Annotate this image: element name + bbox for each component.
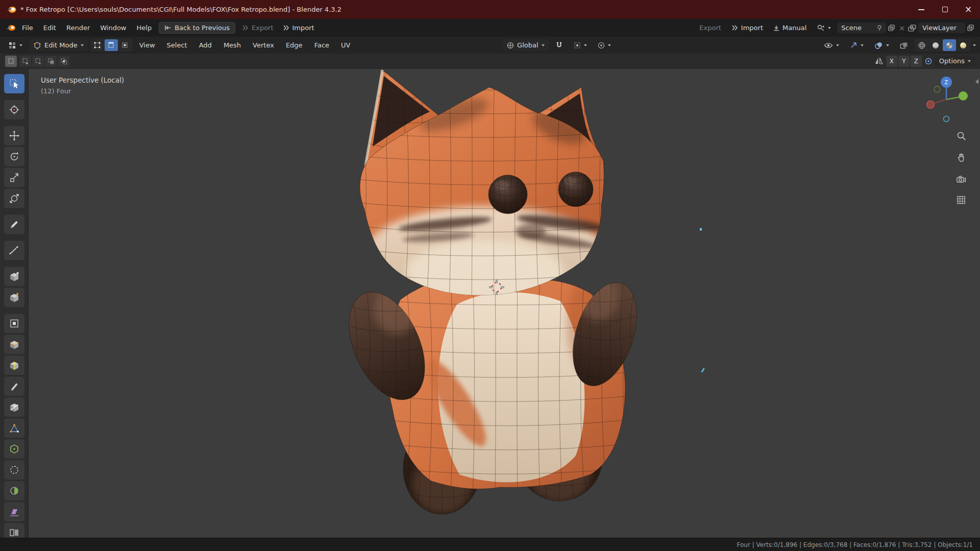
tool-loop-cut-button[interactable]	[4, 356, 24, 375]
menu-mesh[interactable]: Mesh	[219, 39, 246, 51]
gizmo-x-axis[interactable]	[927, 101, 935, 109]
tool-select-box-button[interactable]	[4, 74, 24, 93]
chevron-down-icon	[81, 44, 84, 46]
tool-rotate-button[interactable]	[4, 147, 24, 166]
shading-solid-button[interactable]	[929, 39, 942, 51]
proportional-editing-button[interactable]	[594, 40, 615, 51]
shear-icon	[9, 506, 20, 517]
rotate-icon	[9, 151, 20, 162]
tool-bevel-button[interactable]	[4, 335, 24, 354]
import-button-left[interactable]: Import	[279, 22, 318, 33]
new-viewlayer-icon[interactable]	[967, 24, 975, 32]
viewlayer-selector[interactable]: ViewLayer	[918, 22, 965, 33]
blender-app-icon[interactable]	[5, 24, 16, 32]
minimize-button[interactable]	[910, 0, 933, 19]
tool-scale-button[interactable]	[4, 168, 24, 187]
mirror-z-button[interactable]: Z	[911, 56, 922, 67]
viewport-3d[interactable]: User Perspective (Local) (12) Four Z	[0, 69, 980, 538]
new-scene-icon[interactable]	[888, 24, 896, 32]
unlink-scene-icon[interactable]: ×	[898, 24, 906, 32]
overlays-dropdown-button[interactable]	[870, 40, 893, 51]
mirror-y-button[interactable]: Y	[898, 56, 910, 67]
gizmo-y-negative[interactable]	[934, 86, 940, 92]
tool-poly-build-button[interactable]	[4, 418, 24, 438]
select-extend-button[interactable]	[19, 56, 31, 67]
export-button-left[interactable]: Export	[238, 22, 278, 33]
shading-wireframe-button[interactable]	[915, 39, 928, 51]
mirror-icon	[874, 57, 884, 65]
menu-render[interactable]: Render	[62, 22, 94, 34]
select-invert-button[interactable]	[45, 56, 57, 67]
face-select-button[interactable]	[118, 39, 132, 51]
menu-window[interactable]: Window	[95, 22, 131, 34]
menu-select[interactable]: Select	[162, 39, 192, 51]
tool-rip-region-button[interactable]	[4, 523, 24, 538]
tool-spin-button[interactable]	[4, 439, 24, 459]
menu-add[interactable]: Add	[194, 39, 216, 51]
tool-transform-button[interactable]	[4, 189, 24, 208]
import-button-right[interactable]: Import	[727, 22, 767, 33]
back-to-previous-button[interactable]: Back to Previous	[159, 22, 235, 34]
xray-toggle-button[interactable]	[896, 40, 912, 51]
tool-knife-button[interactable]	[4, 377, 24, 396]
close-button[interactable]: ×	[957, 0, 980, 19]
camera-view-button[interactable]	[954, 172, 968, 185]
menu-help[interactable]: Help	[132, 22, 157, 34]
tool-smooth-button[interactable]	[4, 460, 24, 480]
options-dropdown[interactable]: Options	[935, 56, 975, 66]
orthographic-toggle-button[interactable]	[954, 193, 968, 207]
sidebar-collapse-arrow-icon[interactable]	[975, 79, 978, 84]
gizmos-dropdown-button[interactable]	[846, 40, 868, 51]
select-set-button[interactable]	[5, 56, 17, 67]
select-box-icon	[9, 78, 20, 89]
scale-icon	[9, 172, 20, 183]
tool-cursor-button[interactable]	[4, 100, 24, 119]
select-intersect-button[interactable]	[58, 56, 69, 67]
export-button-right[interactable]: Export	[695, 22, 725, 33]
shading-dropdown-icon[interactable]	[973, 44, 976, 46]
tool-add-cube-button[interactable]	[4, 267, 24, 286]
mode-selector[interactable]: Edit Mode	[29, 40, 88, 51]
editor-type-button[interactable]	[4, 40, 27, 51]
tool-shear-button[interactable]	[4, 502, 24, 521]
manual-button[interactable]: Manual	[769, 22, 811, 33]
shading-rendered-button[interactable]	[957, 39, 970, 51]
select-subtract-icon	[35, 58, 42, 65]
tool-inset-button[interactable]	[4, 314, 24, 333]
navigation-gizmo[interactable]: Z	[923, 74, 970, 125]
snap-target-button[interactable]	[570, 40, 591, 51]
menu-face[interactable]: Face	[310, 39, 334, 51]
shading-solid-icon	[932, 41, 940, 49]
tool-bisect-button[interactable]	[4, 397, 24, 417]
edge-select-button[interactable]	[105, 39, 118, 51]
menu-edit[interactable]: Edit	[39, 22, 61, 34]
snap-toggle-button[interactable]	[551, 40, 567, 51]
scene-selector[interactable]: Scene	[837, 22, 886, 33]
tool-annotate-button[interactable]	[4, 215, 24, 234]
mirror-x-button[interactable]: X	[886, 56, 897, 67]
correct-face-attributes-icon[interactable]	[924, 57, 933, 65]
pan-button[interactable]	[954, 151, 968, 164]
tool-measure-button[interactable]	[4, 241, 24, 260]
zoom-button[interactable]	[954, 129, 968, 142]
gizmo-y-axis[interactable]	[959, 91, 968, 101]
menu-uv[interactable]: UV	[336, 39, 355, 51]
gizmo-z-negative[interactable]	[944, 116, 949, 122]
tool-move-button[interactable]	[4, 126, 24, 145]
fox-model[interactable]	[334, 69, 705, 521]
transform-orientation-selector[interactable]: Global	[503, 40, 548, 51]
select-subtract-button[interactable]	[32, 56, 44, 67]
menu-view[interactable]: View	[135, 39, 160, 51]
scene-browse-button[interactable]	[813, 23, 835, 33]
vertex-select-button[interactable]	[91, 39, 104, 51]
menu-edge[interactable]: Edge	[281, 39, 307, 51]
menu-vertex[interactable]: Vertex	[248, 39, 279, 51]
chevron-down-icon	[542, 44, 545, 46]
visibility-dropdown-button[interactable]	[820, 41, 843, 50]
viewport-canvas[interactable]	[0, 69, 980, 538]
tool-edge-slide-button[interactable]	[4, 481, 24, 500]
shading-material-button[interactable]	[943, 39, 956, 51]
menu-file[interactable]: File	[17, 22, 38, 34]
maximize-button[interactable]	[933, 0, 957, 19]
tool-extrude-button[interactable]	[4, 288, 24, 307]
